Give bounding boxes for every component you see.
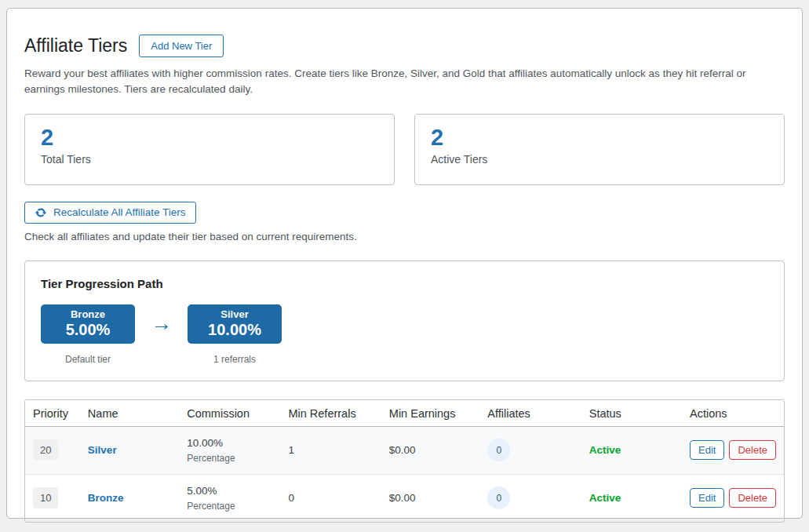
column-header-actions: Actions: [682, 400, 784, 427]
total-tiers-label: Total Tiers: [41, 153, 378, 166]
total-tiers-value: 2: [41, 125, 378, 151]
column-header-min-earnings: Min Earnings: [381, 400, 479, 427]
min-earnings-value: $0.00: [381, 426, 479, 474]
arrow-right-icon: →: [146, 304, 177, 344]
page-header: Affiliate Tiers Add New Tier: [24, 35, 785, 57]
min-referrals-value: 1: [280, 426, 381, 474]
commission-value: 10.00%: [187, 437, 272, 449]
edit-button[interactable]: Edit: [690, 488, 724, 508]
page-description: Reward your best affiliates with higher …: [24, 66, 766, 98]
priority-badge: 10: [33, 487, 58, 508]
column-header-commission: Commission: [179, 400, 280, 427]
tier-name-link[interactable]: Silver: [88, 444, 117, 456]
tier-name-link[interactable]: Bronze: [88, 492, 124, 504]
tier-progression-title: Tier Progression Path: [41, 277, 768, 290]
tier-box-rate: 10.00%: [208, 320, 261, 339]
stat-card-total-tiers: 2 Total Tiers: [24, 114, 395, 185]
tiers-table: Priority Name Commission Min Referrals M…: [24, 399, 785, 523]
tier-step-silver: Silver 10.00% 1 referrals: [188, 304, 282, 365]
update-refresh-icon: [35, 206, 47, 219]
table-header-row: Priority Name Commission Min Referrals M…: [25, 400, 784, 427]
affiliates-count-badge: 0: [487, 439, 510, 461]
priority-badge: 20: [33, 439, 58, 461]
recalculate-section: Recalculate All Affiliate Tiers Check al…: [24, 202, 785, 242]
affiliate-tiers-panel: Affiliate Tiers Add New Tier Reward your…: [6, 8, 803, 519]
tier-progression-card: Tier Progression Path Bronze 5.00% Defau…: [24, 261, 785, 381]
active-tiers-label: Active Tiers: [431, 153, 768, 166]
affiliates-count-badge: 0: [487, 486, 510, 509]
column-header-status: Status: [581, 400, 682, 427]
tier-box-bronze: Bronze 5.00%: [41, 304, 135, 344]
add-new-tier-button[interactable]: Add New Tier: [139, 35, 224, 57]
tier-box-name: Bronze: [71, 308, 105, 321]
tier-step-bronze: Bronze 5.00% Default tier: [41, 304, 135, 365]
column-header-min-referrals: Min Referrals: [280, 400, 381, 427]
tier-caption: 1 referrals: [213, 354, 256, 365]
row-actions: Edit Delete: [690, 440, 776, 460]
column-header-affiliates: Affiliates: [479, 400, 581, 427]
table-row: 20 Silver 10.00% Percentage 1 $0.00 0 Ac…: [25, 426, 784, 474]
tier-box-name: Silver: [220, 308, 248, 321]
commission-type: Percentage: [187, 453, 272, 464]
tier-progression-flow: Bronze 5.00% Default tier → Silver 10.00…: [41, 304, 768, 365]
recalculate-help-text: Check all affiliates and update their ti…: [24, 231, 785, 242]
commission-type: Percentage: [187, 501, 272, 512]
min-earnings-value: $0.00: [381, 474, 479, 522]
column-header-name: Name: [80, 400, 179, 427]
stats-row: 2 Total Tiers 2 Active Tiers: [24, 114, 785, 185]
table-row: 10 Bronze 5.00% Percentage 0 $0.00 0 Act…: [25, 474, 784, 522]
commission-value: 5.00%: [187, 485, 272, 497]
active-tiers-value: 2: [431, 125, 768, 151]
status-badge: Active: [589, 444, 621, 456]
row-actions: Edit Delete: [690, 488, 776, 508]
column-header-priority: Priority: [25, 400, 80, 427]
tier-caption: Default tier: [65, 354, 111, 365]
status-badge: Active: [589, 492, 621, 504]
tier-box-rate: 5.00%: [66, 320, 111, 339]
edit-button[interactable]: Edit: [690, 440, 724, 460]
page-title: Affiliate Tiers: [24, 35, 127, 57]
delete-button[interactable]: Delete: [729, 440, 776, 460]
recalculate-button-label: Recalculate All Affiliate Tiers: [53, 206, 186, 218]
stat-card-active-tiers: 2 Active Tiers: [414, 114, 785, 185]
delete-button[interactable]: Delete: [729, 488, 776, 508]
tier-box-silver: Silver 10.00%: [188, 304, 282, 344]
recalculate-tiers-button[interactable]: Recalculate All Affiliate Tiers: [24, 202, 196, 224]
min-referrals-value: 0: [280, 474, 381, 522]
